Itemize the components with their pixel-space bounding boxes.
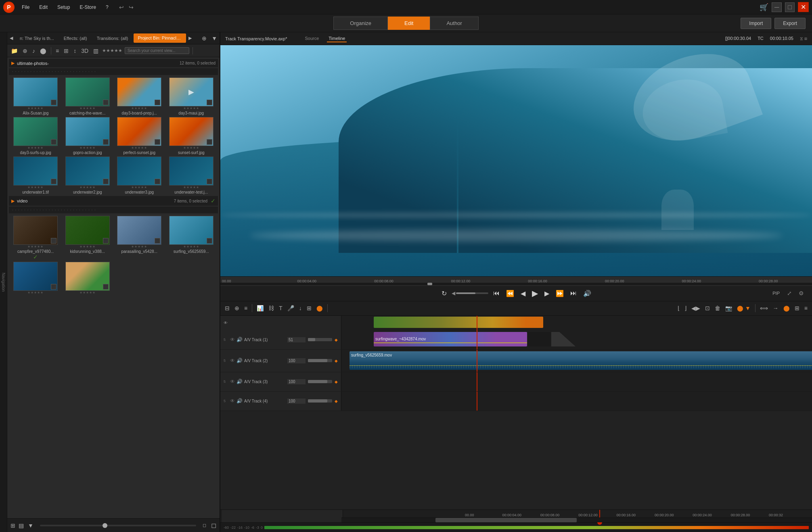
track-audio-3[interactable]: 🔊	[236, 379, 243, 384]
tab-menu-icon[interactable]: ▼	[210, 35, 219, 42]
tl-mark-in-icon[interactable]: ⌊	[676, 304, 681, 312]
track-vol-slider-2[interactable]	[308, 359, 332, 362]
track-vol-slider-1[interactable]	[308, 338, 332, 341]
minimize-btn[interactable]: ─	[772, 2, 782, 12]
panel-icon-1[interactable]: ⊞	[10, 522, 15, 529]
photo-thumb-6[interactable]: ★★★★★ perfect-sunset.jpg	[114, 117, 165, 155]
close-btn[interactable]: ✕	[798, 2, 809, 12]
tl-panel-icon[interactable]: ⊟	[224, 304, 231, 312]
clip-2-1[interactable]: surfing_v5625659.mov	[349, 351, 812, 370]
track-audio-1[interactable]: 🔊	[236, 337, 243, 342]
tl-orange2-icon[interactable]: ⬤ ▼	[736, 304, 752, 312]
track-vol-slider-3[interactable]	[308, 380, 332, 383]
tl-chart-icon[interactable]: 📊	[255, 304, 265, 312]
menu-help[interactable]: ?	[103, 4, 111, 11]
playhead-marker[interactable]	[477, 316, 477, 330]
tl-expand-icon[interactable]: ⟺	[759, 304, 769, 312]
video-thumb-5[interactable]: ★★★★★	[63, 262, 113, 295]
photo-thumb-1[interactable]: ★★★★★ catching-the-wave...	[63, 77, 113, 115]
tab-add-icon[interactable]: ⊕	[199, 35, 209, 42]
author-btn[interactable]: Author	[430, 17, 478, 30]
video-thumb-1[interactable]: ★★★★★ kidsrunning_v388...	[63, 216, 113, 260]
tl-text-icon[interactable]: T	[278, 304, 284, 312]
tl-grid-icon[interactable]: ⊞	[306, 304, 313, 312]
tab-3[interactable]: Project Bin: Pinnacle Stu... ✕	[134, 33, 186, 43]
track-audio-2[interactable]: 🔊	[236, 358, 243, 363]
photo-thumb-3[interactable]: ▶ ★★★★★ day3-maui.jpg	[166, 77, 217, 115]
scrubber-thumb[interactable]	[427, 283, 432, 285]
tab-0[interactable]: n: The Sky is th...	[15, 34, 59, 43]
track-vol-3[interactable]	[287, 379, 306, 384]
track-diamond-1[interactable]: ◆	[335, 338, 338, 342]
fullscreen-btn[interactable]: ⤢	[787, 290, 792, 296]
tl-mark-out-icon[interactable]: ⌋	[683, 304, 688, 312]
track-audio-4[interactable]: 🔊	[236, 398, 243, 404]
photo-thumb-2[interactable]: ★★★★★ day3-board-prep.j...	[114, 77, 165, 115]
star-filter[interactable]: ★★★★★	[102, 48, 122, 53]
prev-frame-btn[interactable]: ⏪	[504, 288, 516, 299]
tl-ripple-icon[interactable]: ⊡	[704, 304, 711, 312]
thumb-size-slider[interactable]	[40, 525, 196, 526]
clip-1-1[interactable]: surfingwave_~4342874.mov	[374, 332, 527, 346]
search-input[interactable]	[125, 47, 189, 54]
panel-icon-3[interactable]: ▼	[28, 522, 33, 529]
photo-thumb-10[interactable]: ★★★★★ underwater3.jpg	[114, 156, 165, 194]
video-thumb-4[interactable]: ★★★★★	[10, 262, 61, 295]
track-eye-3[interactable]: 👁	[230, 379, 235, 384]
volume-slider[interactable]: ◀	[452, 290, 488, 296]
volume-track[interactable]	[456, 292, 488, 294]
record-icon[interactable]: ⬤	[39, 46, 48, 55]
track-vol-4[interactable]	[287, 398, 306, 404]
track-diamond-4[interactable]: ◆	[335, 399, 338, 403]
tl-scroll-thumb[interactable]	[435, 518, 577, 522]
photo-thumb-4[interactable]: ★★★★★ day3-surfs-up.jpg	[10, 117, 61, 155]
organize-btn[interactable]: Organize	[333, 17, 388, 30]
tl-add-track-icon[interactable]: ⊕	[233, 304, 241, 312]
tab-1[interactable]: Effects: (all)	[59, 34, 92, 43]
filter-icon[interactable]: ▥	[92, 46, 100, 55]
tab-2[interactable]: Transitions: (all)	[92, 34, 133, 43]
video-thumb-0[interactable]: ★★★★★ campfire_v977480... ✓	[10, 216, 61, 260]
tl-arrow-right-icon[interactable]: →	[772, 304, 780, 312]
sort-icon[interactable]: ↕	[72, 46, 77, 55]
menu-estore[interactable]: E-Store	[77, 4, 98, 11]
track-vol-2[interactable]	[287, 358, 306, 363]
menu-edit[interactable]: Edit	[37, 4, 50, 11]
skip-to-end-btn[interactable]: ⏭	[569, 288, 578, 298]
grid-view-icon[interactable]: ⊞	[63, 46, 70, 55]
tl-snap-icon[interactable]: ⊞	[793, 304, 801, 312]
import-btn[interactable]: Import	[741, 18, 771, 29]
track-diamond-2[interactable]: ◆	[335, 359, 338, 363]
photo-thumb-7[interactable]: ★★★★★ sunset-surf.jpg	[166, 117, 217, 155]
photo-thumb-0[interactable]: ★★★★★ Alix-Susan.jpg	[10, 77, 61, 115]
video-section-header[interactable]: ▶ video 7 items, 0 selected ✓	[9, 196, 218, 206]
menu-setup[interactable]: Setup	[55, 4, 72, 11]
photo-thumb-8[interactable]: ★★★★★ underwater1.tif	[10, 156, 61, 194]
undo-btn[interactable]: ↩	[119, 4, 124, 10]
track-diamond-3[interactable]: ◆	[335, 380, 338, 384]
next-frame-btn[interactable]: ⏩	[554, 288, 565, 299]
tab-nav-right[interactable]: ▶	[187, 35, 193, 42]
video-thumb-3[interactable]: ★★★★★ surfing_v5625659...	[166, 216, 217, 260]
tl-scrollbar[interactable]	[341, 517, 812, 522]
scrubber-track[interactable]	[220, 283, 812, 285]
source-tab[interactable]: Source	[303, 35, 320, 42]
tl-cam-icon[interactable]: 📷	[724, 304, 733, 312]
edit-btn[interactable]: Edit	[388, 17, 430, 30]
track-eye-1[interactable]: 👁	[230, 337, 235, 342]
cart-icon[interactable]: 🛒	[760, 3, 768, 12]
video-thumb-2[interactable]: ★★★★★ parasailing_v5428...	[114, 216, 165, 260]
photos-section-header[interactable]: ▶ ultimate-photos- 12 items, 0 selected	[9, 59, 218, 67]
menu-file[interactable]: File	[19, 4, 32, 11]
tl-down-icon[interactable]: ↓	[298, 304, 303, 312]
folder-icon[interactable]: 📁	[10, 46, 19, 55]
music-icon[interactable]: ♪	[31, 46, 36, 55]
tl-mic-icon[interactable]: 🎤	[286, 304, 295, 312]
tl-more-icon[interactable]: ≡	[803, 304, 809, 312]
tl-layers-icon[interactable]: ≡	[243, 304, 249, 312]
loop-btn[interactable]: ↻	[440, 288, 448, 299]
photo-thumb-9[interactable]: ★★★★★ underwater2.jpg	[63, 156, 113, 194]
track-eye-4[interactable]: 👁	[230, 398, 235, 404]
next-step-btn[interactable]: ▶	[543, 288, 551, 299]
tl-link-icon[interactable]: ⛓	[267, 304, 275, 312]
